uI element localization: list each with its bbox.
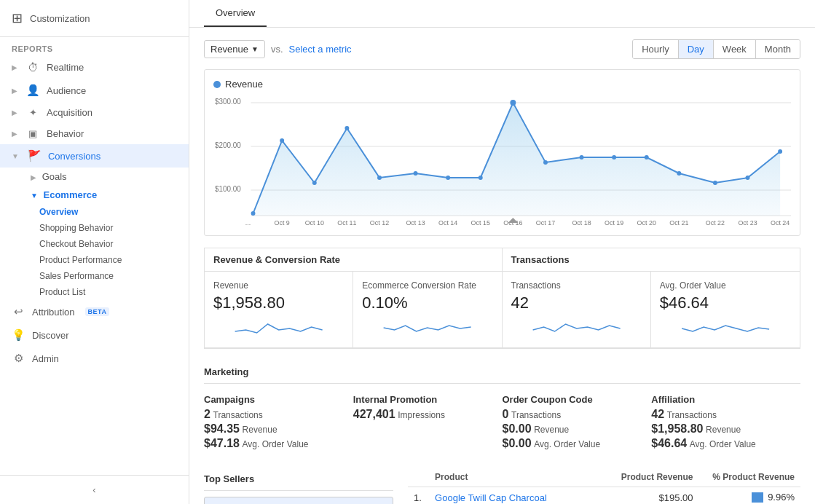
marketing-section: Marketing Campaigns 2 Transactions $94.3… bbox=[204, 361, 800, 456]
svg-point-20 bbox=[645, 155, 649, 160]
coupon-avg-unit: Avg. Order Value bbox=[534, 439, 600, 449]
campaigns-transactions-unit: Transactions bbox=[213, 410, 263, 420]
sidebar-item-discover[interactable]: 💡 Discover bbox=[0, 323, 189, 347]
tab-overview[interactable]: Overview bbox=[204, 0, 267, 27]
marketing-campaigns: Campaigns 2 Transactions $94.35 Revenue … bbox=[204, 390, 353, 456]
metric-value-avg-order: $46.64 bbox=[660, 294, 791, 312]
dropdown-arrow-icon: ▼ bbox=[251, 45, 259, 53]
marketing-title: Marketing bbox=[204, 361, 800, 384]
metric-card-transactions: Transactions 42 bbox=[503, 272, 651, 348]
coupon-revenue: $0.00 Revenue bbox=[503, 422, 643, 436]
sidebar-collapse-button[interactable]: ‹ bbox=[0, 475, 189, 504]
product-link-1[interactable]: Google Twill Cap Charcoal bbox=[435, 492, 547, 503]
internal-promo-value: 427,401 bbox=[353, 408, 395, 420]
time-btn-hourly[interactable]: Hourly bbox=[633, 40, 679, 58]
svg-text:Oct 13: Oct 13 bbox=[406, 219, 425, 227]
sidebar-item-product-list[interactable]: Product List bbox=[39, 284, 189, 300]
campaigns-transactions: 2 Transactions bbox=[204, 408, 344, 421]
realtime-icon: ⏱ bbox=[26, 61, 39, 74]
metrics-grid: Revenue & Conversion Rate Transactions R… bbox=[204, 248, 800, 349]
campaigns-revenue-unit: Revenue bbox=[243, 425, 277, 435]
affiliation-label: Affiliation bbox=[651, 394, 792, 405]
sidebar-item-product-performance[interactable]: Product Performance bbox=[39, 252, 189, 268]
sparkline-transactions bbox=[511, 317, 642, 339]
svg-point-24 bbox=[778, 149, 782, 154]
controls-row: Revenue ▼ vs. Select a metric Hourly Day… bbox=[204, 39, 800, 59]
conversions-label: Conversions bbox=[48, 151, 101, 162]
svg-point-19 bbox=[612, 155, 616, 160]
svg-point-11 bbox=[344, 126, 349, 130]
metric-label-revenue: Revenue bbox=[213, 280, 344, 291]
sidebar-item-conversions[interactable]: ▼ 🚩 Conversions bbox=[0, 144, 189, 168]
legend-label: Revenue bbox=[225, 79, 263, 90]
sidebar-item-audience[interactable]: ▶ 👤 Audience bbox=[0, 79, 189, 102]
time-btn-month[interactable]: Month bbox=[756, 40, 800, 58]
internal-promo-impressions: 427,401 Impressions bbox=[353, 408, 494, 421]
sidebar-item-realtime[interactable]: ▶ ⏱ Realtime bbox=[0, 56, 189, 79]
controls-left: Revenue ▼ vs. Select a metric bbox=[204, 40, 352, 58]
vs-label: vs. bbox=[271, 44, 283, 55]
ecommerce-label: Ecommerce bbox=[44, 189, 98, 200]
affiliation-avg-order: $46.64 Avg. Order Value bbox=[651, 437, 792, 450]
affiliation-transactions-unit: Transactions bbox=[667, 410, 717, 420]
sidebar-item-behavior[interactable]: ▶ ▣ Behavior bbox=[0, 123, 189, 144]
metric-card-revenue: Revenue $1,958.80 bbox=[205, 272, 353, 348]
svg-point-10 bbox=[312, 181, 317, 185]
svg-text:Oct 24: Oct 24 bbox=[771, 219, 790, 227]
sidebar-item-shopping-behavior[interactable]: Shopping Behavior bbox=[39, 220, 189, 236]
svg-point-21 bbox=[677, 171, 681, 176]
svg-point-17 bbox=[543, 160, 548, 165]
campaigns-avg-unit: Avg. Order Value bbox=[243, 439, 309, 449]
sidebar-item-sales-performance[interactable]: Sales Performance bbox=[39, 268, 189, 284]
sidebar-item-admin[interactable]: ⚙ Admin bbox=[0, 347, 189, 370]
svg-text:Oct 11: Oct 11 bbox=[337, 219, 356, 227]
conversions-icon: 🚩 bbox=[28, 149, 41, 162]
metric-card-conversion: Ecommerce Conversion Rate 0.10% bbox=[353, 272, 502, 348]
ecommerce-sub-items: Overview Shopping Behavior Checkout Beha… bbox=[31, 204, 189, 300]
attribution-label: Attribution bbox=[32, 307, 75, 318]
campaigns-avg-value: $47.18 bbox=[204, 437, 240, 449]
discover-label: Discover bbox=[32, 330, 69, 341]
sidebar-item-goals[interactable]: ▶ Goals bbox=[31, 168, 189, 186]
top-sellers-title: Top Sellers bbox=[204, 468, 393, 491]
metric-value-transactions: 42 bbox=[511, 294, 642, 312]
svg-marker-7 bbox=[253, 103, 781, 216]
time-btn-week[interactable]: Week bbox=[714, 40, 756, 58]
tab-overview-label: Overview bbox=[216, 7, 255, 18]
svg-text:...: ... bbox=[245, 219, 251, 227]
svg-point-16 bbox=[510, 100, 516, 106]
goals-label: Goals bbox=[42, 171, 67, 182]
col-header-num bbox=[408, 468, 429, 487]
sidebar-item-checkout-behavior[interactable]: Checkout Behavior bbox=[39, 236, 189, 252]
metric-dropdown[interactable]: Revenue ▼ bbox=[204, 40, 265, 58]
conversions-arrow: ▼ bbox=[12, 152, 19, 160]
svg-text:Oct 19: Oct 19 bbox=[605, 219, 623, 227]
chart-legend: Revenue bbox=[213, 79, 791, 90]
progress-bar-1 bbox=[752, 492, 763, 503]
svg-text:Oct 10: Oct 10 bbox=[305, 219, 324, 227]
beta-badge: BETA bbox=[85, 307, 110, 316]
affiliation-revenue-unit: Revenue bbox=[706, 425, 741, 435]
col-header-revenue: Product Revenue bbox=[608, 468, 698, 487]
time-btn-day[interactable]: Day bbox=[679, 40, 714, 58]
product-list-label: Product List bbox=[39, 287, 85, 297]
collapse-icon: ‹ bbox=[92, 484, 95, 495]
product-performance-label: Product Performance bbox=[39, 255, 122, 265]
select-metric-link[interactable]: Select a metric bbox=[289, 44, 352, 55]
sidebar-item-attribution[interactable]: ↩ Attribution BETA bbox=[0, 300, 189, 323]
progress-1: 9.96% bbox=[752, 492, 795, 503]
metric-dropdown-label: Revenue bbox=[210, 44, 248, 55]
behavior-label: Behavior bbox=[47, 128, 84, 139]
goals-section: ▶ Goals ▼ Ecommerce Overview Shopping Be… bbox=[0, 168, 189, 300]
sidebar-item-acquisition[interactable]: ▶ ✦ Acquisition bbox=[0, 102, 189, 123]
sidebar-item-ecommerce[interactable]: ▼ Ecommerce bbox=[31, 186, 189, 204]
sidebar-item-overview[interactable]: Overview bbox=[39, 204, 189, 220]
chart-container: Revenue $300.00 $200.00 $100.00 bbox=[204, 69, 800, 236]
campaigns-revenue: $94.35 Revenue bbox=[204, 422, 344, 436]
svg-text:Oct 12: Oct 12 bbox=[370, 219, 389, 227]
chart-svg: $300.00 $200.00 $100.00 bbox=[213, 95, 791, 227]
customization-link[interactable]: ⊞ Customization bbox=[0, 0, 189, 37]
reports-section-label: REPORTS bbox=[0, 37, 189, 56]
sellers-product-item[interactable]: Product ▶ bbox=[204, 497, 393, 504]
metric-label-avg-order: Avg. Order Value bbox=[660, 280, 791, 291]
